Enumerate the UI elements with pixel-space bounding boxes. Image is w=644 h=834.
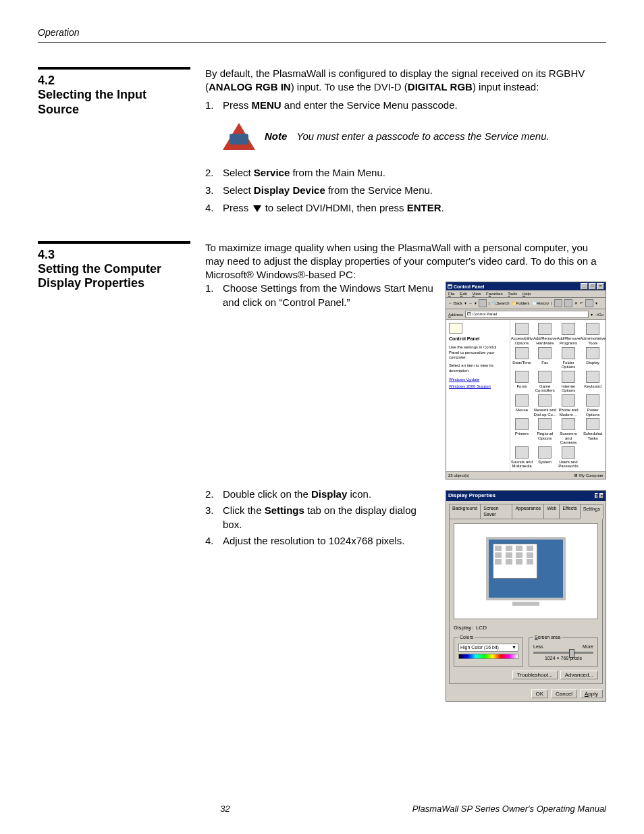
menu-view[interactable]: View xyxy=(472,292,481,296)
icon-grid: Accessibility OptionsAdd/Remove Hardware… xyxy=(510,320,606,471)
section-number: 4.2 xyxy=(38,74,189,88)
applet-icon xyxy=(538,347,552,359)
folders-button[interactable]: 📁Folders xyxy=(512,301,530,306)
control-panel-item[interactable]: Game Controllers xyxy=(533,371,557,393)
control-panel-item[interactable]: Accessibility Options xyxy=(510,323,533,345)
menu-favorites[interactable]: Favorites xyxy=(486,292,503,296)
applet-label: Display xyxy=(580,361,606,365)
minimize-button[interactable]: _ xyxy=(581,283,588,290)
search-button[interactable]: 🔍Search xyxy=(492,301,510,306)
up-icon[interactable] xyxy=(479,299,487,307)
windows-support-link[interactable]: Windows 2000 Support xyxy=(449,384,507,389)
applet-icon xyxy=(538,371,552,383)
maximize-button[interactable]: □ xyxy=(589,283,596,290)
applet-icon xyxy=(515,323,529,335)
control-panel-item[interactable]: Fax xyxy=(533,347,557,369)
control-panel-item[interactable]: Keyboard xyxy=(580,371,606,393)
applet-icon xyxy=(515,347,529,359)
applet-icon xyxy=(562,446,575,459)
control-panel-item[interactable]: Folder Options xyxy=(557,347,581,369)
control-panel-item[interactable]: Display xyxy=(580,347,606,369)
control-panel-item[interactable]: Users and Passwords xyxy=(557,446,581,469)
close-button[interactable]: × xyxy=(599,493,603,498)
applet-icon xyxy=(586,347,599,359)
note-callout: Note You must enter a passcode to access… xyxy=(223,123,606,150)
control-panel-item[interactable]: Mouse xyxy=(510,394,533,417)
tool-icon[interactable] xyxy=(554,299,562,307)
go-button[interactable]: ⇢Go xyxy=(595,312,603,317)
window-titlebar[interactable]: Display Properties ? × xyxy=(446,491,606,501)
footer-title: PlasmaWall SP Series Owner's Operating M… xyxy=(412,804,606,814)
control-panel-item[interactable]: Phone and Modem ... xyxy=(557,394,581,417)
applet-label: Phone and Modem ... xyxy=(557,408,581,417)
tab-settings[interactable]: Settings xyxy=(580,504,603,519)
control-panel-item[interactable]: Date/Time xyxy=(510,347,533,369)
text: Adjust the resolution to 1024x768 pixels… xyxy=(223,534,404,548)
tab-screen-saver[interactable]: Screen Saver xyxy=(480,504,512,519)
control-panel-item[interactable]: Internet Options xyxy=(557,371,581,393)
menu-edit[interactable]: Edit xyxy=(460,292,466,296)
views-icon[interactable] xyxy=(585,299,593,307)
control-panel-item[interactable]: Add/Remove Hardware xyxy=(533,323,557,345)
control-panel-item[interactable]: Add/Remove Programs xyxy=(557,323,581,345)
applet-icon xyxy=(586,371,599,383)
control-panel-item[interactable]: Printers xyxy=(510,418,533,445)
cancel-button[interactable]: Cancel xyxy=(551,689,577,698)
menu-bar[interactable]: File Edit View Favorites Tools Help xyxy=(446,290,606,298)
step-2: 2.Select Service from the Main Menu. xyxy=(205,166,606,180)
side-text: Use the settings in Control Panel to per… xyxy=(449,345,507,361)
control-panel-item[interactable]: Scanners and Cameras xyxy=(557,418,581,445)
more-label: More xyxy=(583,644,593,650)
section-rule xyxy=(38,241,190,244)
address-label: Address xyxy=(448,312,463,317)
tab-effects[interactable]: Effects xyxy=(559,504,580,519)
help-button[interactable]: ? xyxy=(595,493,599,498)
history-button[interactable]: 🕑History xyxy=(532,301,549,306)
control-panel-item[interactable]: Power Options xyxy=(580,394,606,417)
settings-pane: Display: LCD Colors High Color (16 bit) … xyxy=(449,519,603,684)
applet-label: Keyboard xyxy=(580,384,606,389)
control-panel-item[interactable]: Sounds and Multimedia xyxy=(510,446,533,469)
applet-label: Add/Remove Hardware xyxy=(533,336,557,345)
advanced-button[interactable]: Advanced... xyxy=(560,671,598,679)
tab-web[interactable]: Web xyxy=(543,504,560,519)
tab-bar: BackgroundScreen SaverAppearanceWebEffec… xyxy=(446,501,606,519)
colors-select[interactable]: High Color (16 bit) ▼ xyxy=(458,644,518,652)
folder-icon xyxy=(449,323,462,334)
apply-button[interactable]: Apply xyxy=(580,689,603,698)
menu-file[interactable]: File xyxy=(448,292,455,296)
window-titlebar[interactable]: 🗔Control Panel _ □ × xyxy=(446,282,606,290)
page-footer: 32 PlasmaWall SP Series Owner's Operatin… xyxy=(38,804,606,814)
close-button[interactable]: × xyxy=(597,283,604,290)
running-header: Operation xyxy=(38,27,606,38)
note-label: Note xyxy=(265,130,287,143)
control-panel-item[interactable]: Fonts xyxy=(510,371,533,393)
menu-tools[interactable]: Tools xyxy=(508,292,517,296)
ok-button[interactable]: OK xyxy=(531,689,549,698)
back-button[interactable]: ← Back xyxy=(448,301,462,306)
applet-icon xyxy=(515,446,529,459)
status-right: My Computer xyxy=(579,473,603,477)
down-arrow-icon xyxy=(253,205,261,212)
applet-label: Date/Time xyxy=(510,361,533,365)
control-panel-item[interactable]: System xyxy=(533,446,557,469)
applet-icon xyxy=(538,394,552,407)
section-title: Selecting the Input Source xyxy=(38,88,189,117)
step-1: 1.Choose Settings from the Windows Start… xyxy=(205,282,436,309)
control-panel-item[interactable]: Network and Dial-up Co... xyxy=(533,394,557,417)
windows-update-link[interactable]: Windows Update xyxy=(449,377,507,382)
step-3: 3.Click the Settings tab on the display … xyxy=(205,504,436,531)
tab-appearance[interactable]: Appearance xyxy=(512,504,544,519)
applet-label: Scheduled Tasks xyxy=(580,432,606,440)
resolution-slider[interactable] xyxy=(533,652,593,654)
less-label: Less xyxy=(533,644,543,650)
control-panel-item[interactable]: Administrative Tools xyxy=(580,323,606,345)
tool-icon[interactable] xyxy=(564,299,572,307)
control-panel-item[interactable]: Scheduled Tasks xyxy=(580,418,606,445)
address-input[interactable]: 🗔 Control Panel xyxy=(465,311,589,318)
tab-background[interactable]: Background xyxy=(449,504,481,519)
troubleshoot-button[interactable]: Troubleshoot... xyxy=(512,671,558,679)
text-bold: Settings xyxy=(265,504,304,516)
control-panel-item[interactable]: Regional Options xyxy=(533,418,557,445)
menu-help[interactable]: Help xyxy=(522,292,531,296)
